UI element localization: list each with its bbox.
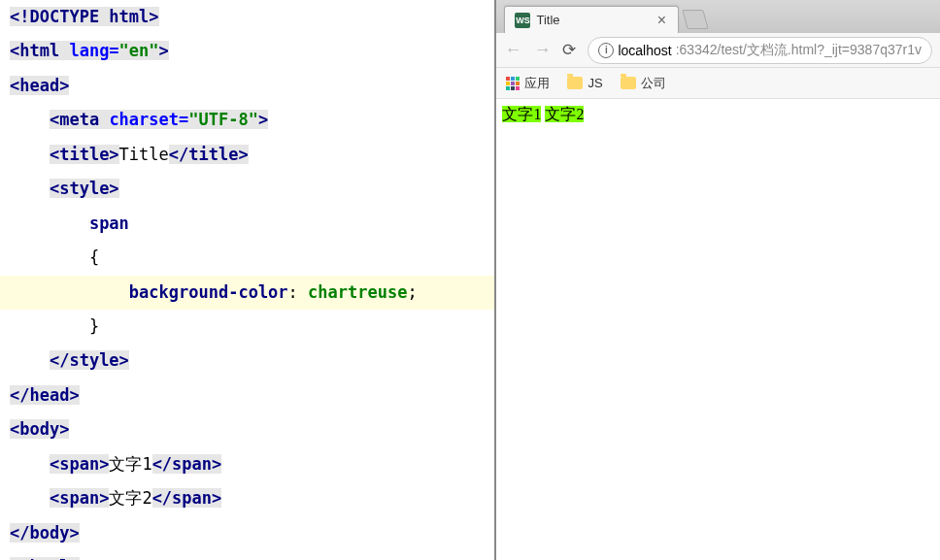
tag-token: <meta xyxy=(50,110,109,129)
code-line[interactable]: <title>Title</title> xyxy=(0,138,494,172)
tag-token: </title> xyxy=(169,145,249,164)
text-token: Title xyxy=(119,145,169,164)
bookmark-bar: 应用 JS 公司 xyxy=(496,68,940,99)
tag-token: </style> xyxy=(50,350,129,370)
value-token: "UTF-8" xyxy=(188,110,258,129)
code-editor-pane: <!DOCTYPE html> <html lang="en"> <head> … xyxy=(0,0,496,560)
code-line[interactable]: { xyxy=(0,241,494,275)
tag-token: <!DOCTYPE html> xyxy=(10,7,159,26)
code-line[interactable]: <!DOCTYPE html> xyxy=(0,0,494,34)
code-line[interactable]: <span>文字1</span> xyxy=(0,447,494,481)
tag-token: <head> xyxy=(10,76,69,95)
tag-token: <body> xyxy=(10,419,69,439)
url-input[interactable]: i localhost:63342/test/文档流.html?_ijt=938… xyxy=(588,37,932,64)
tag-token: <style> xyxy=(50,179,119,198)
url-path: :63342/test/文档流.html?_ijt=9387q37r1v xyxy=(676,42,922,59)
code-line[interactable]: <span>文字2</span> xyxy=(0,481,494,515)
value-token: "en" xyxy=(119,41,159,60)
forward-icon[interactable]: → xyxy=(533,40,551,60)
code-line[interactable]: } xyxy=(0,310,494,344)
rendered-page: 文字1 文字2 xyxy=(496,99,940,560)
url-host: localhost xyxy=(618,43,671,58)
code-line[interactable]: span xyxy=(0,207,494,241)
apps-label: 应用 xyxy=(524,75,550,92)
text-token: 文字1 xyxy=(109,454,151,474)
tag-token: </span> xyxy=(152,454,222,474)
tag-token: <span> xyxy=(50,454,109,474)
tag-token: > xyxy=(159,41,169,60)
css-value-token: chartreuse xyxy=(308,282,407,302)
back-icon[interactable]: ← xyxy=(504,40,521,60)
code-line[interactable]: </html> xyxy=(0,550,494,560)
site-info-icon[interactable]: i xyxy=(598,43,614,58)
css-property-token: background-color xyxy=(129,282,288,302)
tag-token: </head> xyxy=(10,385,80,405)
code-line[interactable]: </head> xyxy=(0,379,494,412)
close-tab-icon[interactable]: × xyxy=(655,14,668,27)
code-line[interactable]: <head> xyxy=(0,69,494,103)
folder-icon xyxy=(621,77,636,89)
attr-token: lang= xyxy=(69,41,118,60)
attr-token: charset= xyxy=(109,110,188,129)
text-token: 文字2 xyxy=(109,488,151,508)
brace-token: { xyxy=(89,247,99,267)
css-selector-token: span xyxy=(89,214,129,233)
tag-token: <html xyxy=(10,41,69,60)
code-line-highlighted[interactable]: background-color: chartreuse; xyxy=(0,276,494,310)
address-bar: ← → ⟳ i localhost:63342/test/文档流.html?_i… xyxy=(496,33,940,68)
code-line[interactable]: <body> xyxy=(0,412,494,446)
tab-title: Title xyxy=(536,13,649,27)
apps-button[interactable]: 应用 xyxy=(506,75,550,92)
reload-icon[interactable]: ⟳ xyxy=(562,40,576,60)
tag-token: <span> xyxy=(50,488,109,508)
code-line[interactable]: </style> xyxy=(0,344,494,378)
code-line[interactable]: <meta charset="UTF-8"> xyxy=(0,103,494,137)
browser-tab-bar: WS Title × xyxy=(496,0,940,33)
tag-token: </span> xyxy=(152,488,222,508)
bookmark-label: JS xyxy=(588,76,602,90)
tag-token: <title> xyxy=(50,145,119,164)
folder-icon xyxy=(567,77,583,89)
brace-token: } xyxy=(89,316,99,336)
browser-pane: WS Title × ← → ⟳ i localhost:63342/test/… xyxy=(496,0,940,560)
code-line[interactable]: </body> xyxy=(0,516,494,550)
tag-token: </body> xyxy=(10,523,80,543)
browser-tab[interactable]: WS Title × xyxy=(504,6,679,33)
code-line[interactable]: <style> xyxy=(0,172,494,206)
tag-token: > xyxy=(258,110,268,129)
rendered-span-2: 文字2 xyxy=(545,106,584,122)
favicon-icon: WS xyxy=(515,13,530,28)
bookmark-folder-company[interactable]: 公司 xyxy=(621,75,666,92)
bookmark-folder-js[interactable]: JS xyxy=(567,76,602,90)
rendered-span-1: 文字1 xyxy=(502,106,541,122)
bookmark-label: 公司 xyxy=(641,75,666,92)
apps-icon xyxy=(506,77,520,90)
code-line[interactable]: <html lang="en"> xyxy=(0,34,494,68)
new-tab-button[interactable] xyxy=(683,10,709,29)
